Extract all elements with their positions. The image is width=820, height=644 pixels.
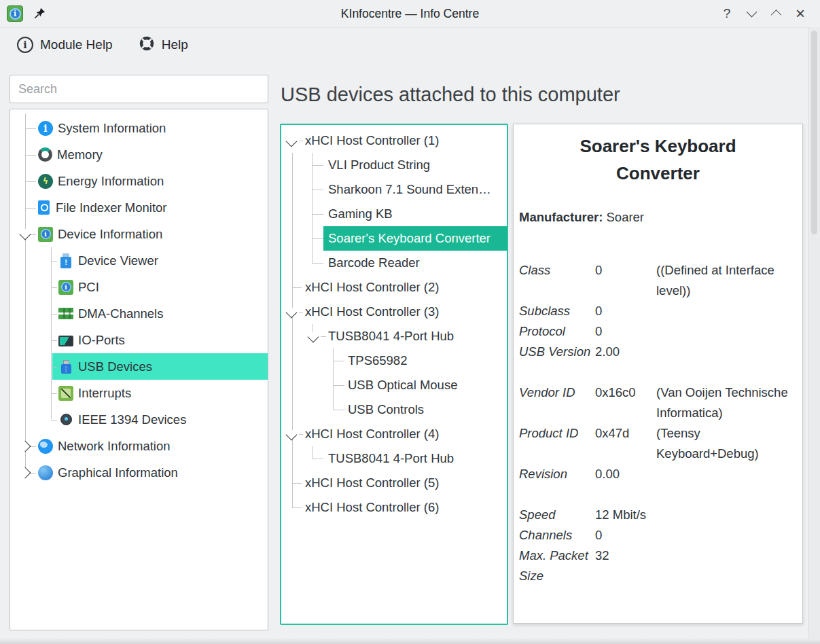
expander-chevron[interactable] — [286, 136, 298, 147]
device-property-row: Channels 0 — [519, 525, 797, 545]
close-button[interactable]: × — [793, 4, 808, 23]
property-value: 0 — [595, 260, 656, 301]
sidebar-tree-item[interactable]: Device Viewer — [10, 247, 268, 274]
window-title: KInfocentre — Info Centre — [0, 7, 820, 21]
window-titlebar: KInfocentre — Info Centre ? × — [0, 0, 820, 28]
property-value: 32 — [595, 545, 656, 586]
usb-tree-item[interactable]: Barcode Reader — [281, 251, 507, 275]
expander-chevron[interactable] — [20, 467, 31, 479]
device-details-panel: Soarer's Keyboard Converter Manufacturer… — [513, 124, 803, 624]
usb-tree-item[interactable]: USB Optical Mouse — [281, 373, 507, 397]
usb-tree-item[interactable]: xHCI Host Controller (1) — [281, 128, 507, 153]
minimize-button[interactable] — [744, 4, 759, 23]
scrollbar-thumb[interactable] — [811, 31, 817, 234]
property-note — [656, 301, 796, 321]
property-label: Max. Packet Size — [519, 545, 595, 586]
usb-tree-item[interactable]: xHCI Host Controller (6) — [281, 495, 507, 520]
expander-chevron[interactable] — [286, 429, 298, 441]
property-note — [656, 505, 796, 525]
sidebar-tree-item[interactable]: Interrupts — [10, 380, 268, 406]
maximize-button[interactable] — [768, 4, 783, 23]
property-label: Vendor ID — [519, 382, 595, 423]
sidebar-tree-item[interactable]: Network Information — [10, 433, 268, 459]
usb-tree-item[interactable]: Sharkoon 7.1 Sound Exten… — [281, 177, 507, 202]
property-label: USB Version — [519, 342, 595, 362]
property-value: 0x16c0 — [595, 382, 656, 423]
sidebar-tree-item[interactable]: IO-Ports — [10, 327, 268, 353]
device-property-row: Speed 12 Mbit/s — [519, 505, 797, 525]
expander-chevron[interactable] — [286, 307, 298, 319]
property-label: Revision — [519, 464, 595, 484]
window-bottom-edge — [0, 638, 820, 644]
scrollbar-track[interactable] — [808, 27, 820, 644]
device-property-row: Product ID 0x47d (Teensy Keyboard+Debug) — [519, 423, 797, 464]
module-help-button[interactable]: Module Help — [17, 37, 113, 53]
property-note — [656, 545, 796, 586]
graphics-icon — [38, 465, 53, 480]
sidebar-tree-item[interactable]: Memory — [10, 141, 268, 168]
page-title: USB devices attached to this computer — [281, 84, 620, 106]
sidebar-tree-item[interactable]: IEEE 1394 Devices — [10, 406, 268, 433]
sidebar-tree-item[interactable]: Device Information — [10, 221, 268, 247]
help-button[interactable]: Help — [139, 35, 188, 55]
usb-tree-item[interactable]: TUSB8041 4-Port Hub — [281, 446, 507, 471]
usb-tree-item[interactable]: VLI Product String — [281, 153, 507, 177]
usb-tree-item[interactable]: TUSB8041 4-Port Hub — [281, 324, 507, 348]
usb-tree-item[interactable]: USB Controls — [281, 397, 507, 422]
property-value: 0.00 — [595, 464, 656, 484]
device-properties-table: Class 0 ((Defined at Interface level)) S… — [519, 260, 797, 586]
memory-icon — [38, 147, 52, 162]
manufacturer-line: Manufacturer: Soarer — [519, 207, 797, 228]
property-label: Subclass — [519, 301, 595, 321]
expander-chevron[interactable] — [308, 332, 319, 343]
info-icon — [17, 37, 33, 53]
device-property-row: USB Version 2.00 — [519, 342, 797, 362]
energy-icon — [38, 174, 53, 189]
expander-chevron[interactable] — [20, 441, 31, 452]
device-property-row: Protocol 0 — [519, 321, 797, 342]
sidebar-tree-item[interactable]: System Information — [10, 115, 268, 141]
manufacturer-value: Soarer — [607, 210, 645, 224]
property-note — [656, 464, 796, 484]
device-property-row: Vendor ID 0x16c0 (Van Ooijen Technische … — [519, 382, 797, 423]
property-label: Speed — [519, 505, 595, 525]
usb-tree-item[interactable]: TPS65982 — [281, 348, 507, 373]
property-value: 0 — [595, 525, 656, 545]
usb-tree-item[interactable]: Gaming KB — [281, 202, 507, 226]
usb-plug-icon — [58, 359, 73, 374]
sidebar-tree-item[interactable]: File Indexer Monitor — [10, 194, 268, 221]
whats-this-button[interactable]: ? — [719, 4, 734, 23]
usb-tree-item[interactable]: Soarer's Keyboard Converter — [281, 226, 507, 251]
usb-tree-item[interactable]: xHCI Host Controller (4) — [281, 422, 507, 446]
sidebar-tree-item[interactable]: Energy Information — [10, 168, 268, 194]
sidebar-tree-item[interactable]: USB Devices — [10, 353, 268, 380]
device-title: Soarer's Keyboard Converter — [546, 132, 770, 187]
file-indexer-icon — [38, 200, 50, 215]
property-note — [656, 342, 796, 362]
expander-chevron[interactable] — [20, 229, 31, 240]
search-input[interactable] — [10, 75, 268, 103]
ieee1394-icon — [58, 412, 73, 427]
interrupts-icon — [58, 386, 73, 401]
chevron-up-icon — [770, 10, 781, 20]
sidebar-tree-item[interactable]: PCI — [10, 274, 268, 300]
device-property-row: Max. Packet Size 32 — [519, 545, 797, 586]
lifebuoy-icon — [139, 35, 155, 55]
property-value: 0 — [595, 321, 656, 342]
property-note: (Van Ooijen Technische Informatica) — [656, 382, 796, 423]
sidebar-tree-item[interactable]: DMA-Channels — [10, 300, 268, 327]
usb-tree-item[interactable]: xHCI Host Controller (2) — [281, 275, 507, 300]
usb-tree-item[interactable]: xHCI Host Controller (5) — [281, 471, 507, 495]
chevron-down-icon — [746, 6, 757, 17]
usb-tree-item[interactable]: xHCI Host Controller (3) — [281, 300, 507, 324]
io-ports-icon — [58, 336, 73, 346]
sidebar-tree-item[interactable]: Graphical Information — [10, 459, 268, 486]
info-circle-icon — [38, 121, 53, 136]
device-property-row: Subclass 0 — [519, 301, 797, 321]
dma-icon — [58, 308, 73, 319]
property-value: 12 Mbit/s — [595, 505, 656, 525]
property-note: ((Defined at Interface level)) — [656, 260, 796, 301]
property-note: (Teensy Keyboard+Debug) — [656, 423, 796, 464]
property-label: Product ID — [519, 423, 595, 464]
device-property-row: Class 0 ((Defined at Interface level)) — [519, 260, 797, 301]
